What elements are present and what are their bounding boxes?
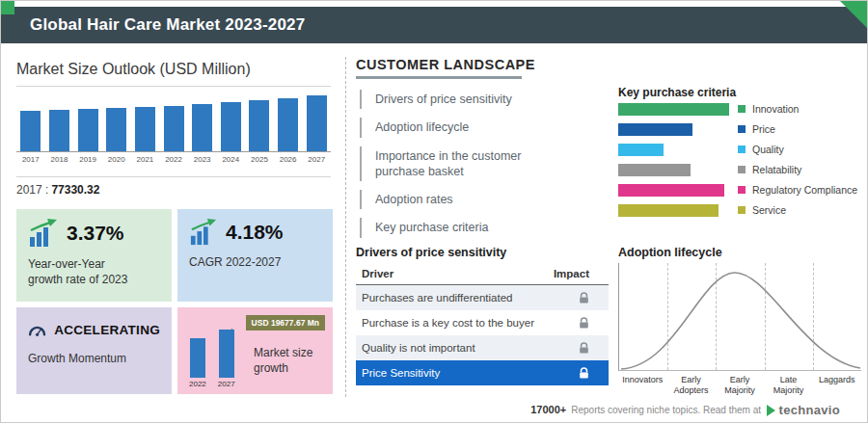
legend-swatch (738, 186, 746, 194)
market-bar (249, 100, 269, 151)
landscape-item: Importance in the customer purchase bask… (360, 146, 564, 182)
market-bar-column (16, 111, 45, 151)
market-year-label: 2018 (45, 152, 74, 164)
momentum-card: ACCELERATING Growth Momentum (16, 307, 172, 394)
market-size-title: Market Size Outlook (USD Million) (16, 61, 251, 78)
legend-swatch (738, 145, 746, 153)
growth-mini-bar (219, 330, 234, 378)
market-year-label: 2025 (245, 152, 274, 164)
market-bar-column (131, 107, 160, 151)
divider-line-chart (16, 176, 331, 177)
impact-column-header: Impact (554, 268, 589, 279)
market-bar-column (188, 104, 217, 151)
growth-mini-col: 2027 (218, 330, 235, 388)
criteria-bar (618, 103, 729, 116)
market-bar (278, 98, 298, 151)
adoption-lifecycle-labels: InnovatorsEarlyAdoptersEarlyMajorityLate… (618, 375, 861, 397)
market-bar (192, 104, 212, 151)
legend-swatch (738, 166, 746, 173)
lock-icon-wrap (579, 342, 589, 355)
growth-mini-chart: 2022 2027 (189, 330, 235, 388)
legend-label: Price (752, 123, 775, 135)
lock-icon-wrap (579, 367, 589, 380)
speedometer-icon (28, 317, 46, 342)
lock-icon-wrap (579, 317, 589, 330)
lifecycle-stage-label: Innovators (618, 375, 666, 397)
price-sensitivity-title: Drivers of price sensitivity (356, 246, 506, 259)
legend-swatch (738, 206, 746, 214)
key-purchase-criteria-title: Key purchase criteria (618, 86, 736, 99)
driver-label: Price Sensitivity (362, 367, 440, 379)
growth-bars-icon (28, 219, 59, 248)
legend-label: Innovation (752, 103, 799, 115)
market-bar (135, 107, 155, 151)
legend-swatch (738, 105, 746, 113)
section-divider (345, 57, 346, 407)
lifecycle-stage-label: EarlyMajority (716, 375, 764, 397)
landscape-item: Adoption rates (360, 190, 564, 209)
market-bar (78, 109, 98, 151)
growth-amount-badge: USD 19677.67 Mn (246, 315, 325, 330)
table-header-row: Driver Impact (356, 265, 609, 285)
growth-year-label: 2027 (218, 378, 235, 388)
infographic-page: Global Hair Care Market 2023-2027 Market… (0, 0, 868, 423)
market-bar-column (216, 102, 245, 151)
yoy-growth-card: 3.37% Year-over-Year growth rate of 2023 (16, 209, 172, 302)
yoy-value: 3.37% (67, 222, 124, 245)
driver-label: Purchases are undifferentiated (362, 292, 512, 304)
market-bar (20, 111, 41, 151)
market-year-label: 2021 (131, 152, 160, 164)
landscape-item: Adoption lifecycle (360, 118, 564, 137)
price-sensitivity-rows: Purchases are undifferentiatedPurchase i… (356, 285, 609, 385)
customer-landscape-list: Drivers of price sensitivityAdoption lif… (360, 90, 564, 247)
footer-text: Reports covering niche topics. Read them… (571, 405, 761, 415)
criteria-bar (618, 204, 719, 217)
growth-mini-bar (190, 338, 205, 378)
lock-icon (579, 292, 589, 304)
driver-column-header: Driver (362, 268, 393, 279)
growth-desc: Market size growth (254, 346, 323, 376)
cagr-value: 4.18% (226, 221, 284, 244)
criteria-bar (618, 123, 692, 136)
cagr-growth-icon (189, 219, 218, 246)
legend-item: Quality (738, 144, 857, 155)
lock-icon-wrap (579, 292, 589, 304)
market-bar (164, 106, 184, 151)
criteria-bar (618, 144, 664, 156)
market-bar (221, 102, 241, 151)
legend-label: Service (752, 204, 786, 216)
header-bar: Global Hair Care Market 2023-2027 (1, 7, 867, 43)
cagr-card: 4.18% CAGR 2022-2027 (177, 209, 333, 302)
yoy-card-top: 3.37% (28, 219, 160, 248)
technavio-arrow-icon (767, 405, 775, 416)
technavio-wordmark: technavio (779, 403, 840, 417)
page-title: Global Hair Care Market 2023-2027 (30, 15, 305, 35)
market-year-label: 2020 (102, 152, 131, 164)
lifecycle-stage-label: Laggards (813, 375, 861, 397)
market-bar (307, 95, 327, 151)
market-bar-column (302, 95, 331, 151)
market-bar-column (245, 100, 274, 151)
legend-item: Regulatory Compliance (738, 184, 857, 196)
legend-item: Service (738, 204, 857, 216)
corner-accent-top-left (1, 1, 14, 14)
market-bar-column (102, 108, 131, 151)
market-year-label: 2023 (188, 152, 217, 164)
growth-mini-col: 2022 (189, 338, 206, 388)
market-year-label: 2026 (274, 152, 303, 164)
cagr-desc: CAGR 2022-2027 (189, 254, 321, 270)
bell-curve (619, 263, 862, 371)
criteria-bar (618, 164, 691, 176)
market-bar-column (159, 106, 188, 151)
legend-label: Relatability (752, 164, 801, 175)
key-purchase-criteria-bars (618, 103, 732, 225)
legend-item: Relatability (738, 164, 857, 175)
driver-label: Quality is not important (362, 342, 475, 354)
market-year-label: 2019 (73, 152, 102, 164)
landscape-item: Drivers of price sensitivity (360, 90, 564, 109)
criteria-bar (618, 184, 724, 197)
price-sensitivity-highlight-row: Price Sensitivity (356, 360, 609, 385)
price-sensitivity-table: Driver Impact Purchases are undifferenti… (356, 265, 609, 385)
stat-cards: 3.37% Year-over-Year growth rate of 2023… (16, 209, 333, 394)
lock-icon (579, 317, 589, 330)
